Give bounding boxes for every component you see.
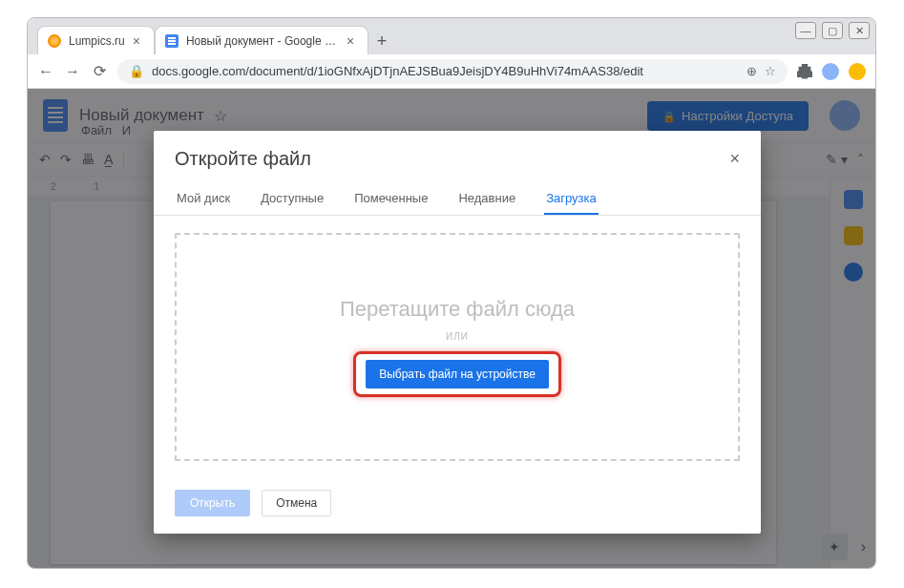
tab-shared[interactable]: Доступные: [259, 183, 326, 215]
docs-app: Новый документ ☆ Настройки Доступа Файл …: [28, 89, 875, 568]
dialog-title: Откройте файл: [175, 148, 311, 170]
window-minimize-button[interactable]: —: [795, 22, 816, 39]
profile-icon[interactable]: [822, 63, 839, 80]
browser-tab-lumpics[interactable]: Lumpics.ru ×: [37, 26, 155, 54]
nav-back-button[interactable]: ←: [37, 63, 54, 80]
browser-window: — ▢ ✕ Lumpics.ru × Новый документ - Goog…: [27, 17, 876, 569]
tab-label: Новый документ - Google Доку: [186, 34, 339, 48]
bookmark-star-icon[interactable]: ☆: [765, 64, 776, 78]
tab-my-drive[interactable]: Мой диск: [175, 183, 232, 215]
window-maximize-button[interactable]: ▢: [822, 22, 843, 39]
open-button[interactable]: Открыть: [175, 490, 250, 516]
dialog-close-button[interactable]: ×: [729, 149, 740, 169]
extensions-icon[interactable]: [797, 64, 812, 79]
cancel-button[interactable]: Отмена: [262, 490, 331, 516]
window-controls: — ▢ ✕: [795, 22, 870, 39]
url-field[interactable]: 🔒 docs.google.com/document/d/1ioGNfxAjDT…: [117, 59, 788, 84]
dialog-footer: Открыть Отмена: [154, 478, 761, 534]
docs-favicon-icon: [165, 34, 179, 48]
lumpics-favicon-icon: [48, 34, 61, 48]
new-tab-button[interactable]: +: [368, 28, 395, 54]
tab-starred[interactable]: Помеченные: [352, 183, 430, 215]
tab-close-icon[interactable]: ×: [347, 33, 354, 49]
address-bar: ← → ⟳ 🔒 docs.google.com/document/d/1ioGN…: [28, 54, 875, 89]
tab-close-icon[interactable]: ×: [133, 33, 140, 49]
tab-label: Lumpics.ru: [69, 34, 125, 48]
tab-strip: Lumpics.ru × Новый документ - Google Док…: [28, 18, 875, 54]
browser-tab-docs[interactable]: Новый документ - Google Доку ×: [155, 26, 368, 54]
window-close-button[interactable]: ✕: [849, 22, 870, 39]
nav-forward-button[interactable]: →: [64, 63, 81, 80]
file-dropzone[interactable]: Перетащите файл сюда ИЛИ Выбрать файл на…: [175, 233, 740, 461]
dropzone-container: Перетащите файл сюда ИЛИ Выбрать файл на…: [154, 216, 761, 478]
extension-orange-icon[interactable]: [849, 63, 866, 80]
addr-right-group: [797, 63, 866, 80]
select-file-button[interactable]: Выбрать файл на устройстве: [366, 360, 549, 388]
open-file-dialog: Откройте файл × Мой диск Доступные Помеч…: [154, 131, 761, 534]
url-text: docs.google.com/document/d/1ioGNfxAjDTjn…: [152, 64, 643, 78]
tab-recent[interactable]: Недавние: [456, 183, 517, 215]
highlight-annotation: Выбрать файл на устройстве: [353, 351, 561, 397]
nav-reload-button[interactable]: ⟳: [91, 63, 108, 80]
search-in-page-icon[interactable]: ⊕: [746, 64, 757, 78]
lock-icon: 🔒: [129, 64, 144, 78]
dialog-header: Откройте файл ×: [154, 131, 761, 178]
dropzone-text: Перетащите файл сюда: [340, 297, 575, 322]
dialog-tabs: Мой диск Доступные Помеченные Недавние З…: [154, 178, 761, 216]
tab-upload[interactable]: Загрузка: [544, 183, 599, 215]
dropzone-or-text: ИЛИ: [446, 331, 469, 342]
